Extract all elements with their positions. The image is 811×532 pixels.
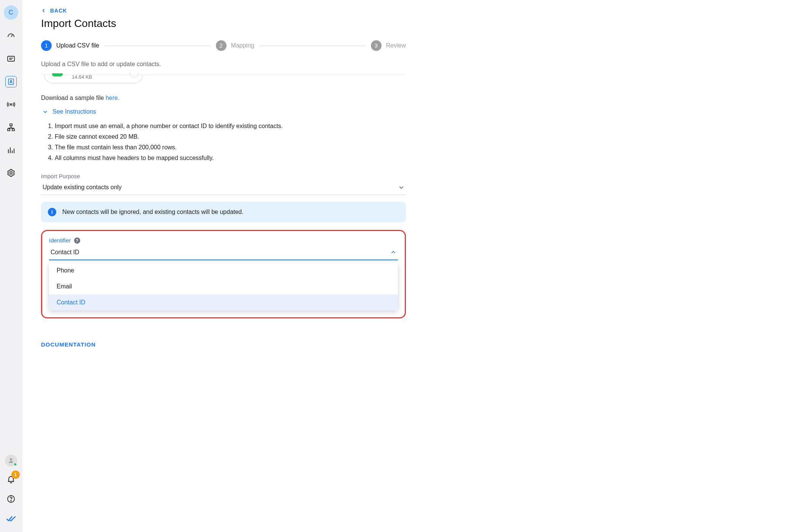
notification-badge: 1 [11, 470, 20, 479]
instruction-item: The file must contain less than 200,000 … [55, 144, 406, 151]
notifications-button[interactable]: 1 [5, 473, 17, 485]
help-tooltip-icon[interactable]: ? [74, 238, 80, 244]
step-1[interactable]: 1 Upload CSV file [41, 40, 99, 51]
chevron-down-icon [398, 184, 404, 190]
svg-point-14 [10, 458, 12, 461]
svg-rect-7 [8, 129, 10, 131]
double-check-icon [6, 514, 16, 524]
nav-reports[interactable] [5, 144, 17, 156]
nav-contacts[interactable] [5, 76, 17, 87]
sidebar: C 1 [0, 0, 22, 532]
upload-description: Upload a CSV file to add or update conta… [41, 61, 406, 68]
help-button[interactable] [5, 493, 17, 505]
identifier-label-text: Identifier [49, 237, 71, 244]
uploaded-file-card[interactable]: 14.64 KB [44, 75, 143, 83]
svg-point-16 [11, 500, 11, 501]
nav-workflow[interactable] [5, 122, 17, 133]
identifier-select[interactable]: Contact ID [49, 244, 398, 260]
chevron-down-icon [43, 109, 48, 114]
back-button[interactable]: BACK [41, 8, 406, 14]
identifier-value: Contact ID [51, 249, 79, 256]
svg-rect-0 [8, 56, 14, 61]
sample-file-link[interactable]: here. [106, 95, 119, 101]
instruction-item: Import must use an email, a phone number… [55, 123, 406, 130]
identifier-option-phone[interactable]: Phone [49, 263, 398, 279]
svg-rect-8 [12, 129, 14, 131]
identifier-dropdown: Phone Email Contact ID [49, 263, 398, 310]
brand-mark[interactable] [5, 513, 17, 524]
broadcast-icon [6, 100, 16, 109]
main-content: BACK Import Contacts 1 Upload CSV file 2… [22, 0, 811, 532]
step-1-label: Upload CSV file [56, 42, 99, 49]
instruction-item: File size cannot exceed 20 MB. [55, 133, 406, 140]
nav-dashboard[interactable] [5, 30, 17, 42]
stepper: 1 Upload CSV file 2 Mapping 3 Review [41, 40, 406, 51]
identifier-option-contact-id[interactable]: Contact ID [49, 294, 398, 310]
step-divider [260, 46, 366, 46]
workspace-avatar[interactable]: C [4, 5, 18, 20]
step-3[interactable]: 3 Review [371, 40, 406, 51]
svg-rect-6 [10, 124, 12, 126]
import-purpose-select[interactable]: Update existing contacts only [41, 184, 406, 195]
help-icon [6, 494, 16, 504]
chevron-up-icon [390, 249, 396, 255]
sidebar-bottom: 1 [5, 454, 17, 532]
step-3-number: 3 [371, 40, 382, 51]
instructions-toggle-label: See Instructions [52, 108, 96, 115]
identifier-label: Identifier ? [49, 237, 398, 244]
gear-icon [6, 168, 16, 177]
user-avatar[interactable] [5, 454, 17, 467]
documentation-link[interactable]: DOCUMENTATION [41, 341, 406, 348]
chat-icon [6, 54, 16, 63]
nav-broadcast[interactable] [5, 99, 17, 110]
identifier-highlight: Identifier ? Contact ID Phone Email Cont… [41, 230, 406, 318]
back-label: BACK [50, 8, 67, 14]
step-2[interactable]: 2 Mapping [216, 40, 254, 51]
chevron-left-icon [41, 8, 46, 13]
info-banner-text: New contacts will be ignored, and existi… [62, 209, 244, 215]
file-type-icon [52, 73, 63, 76]
remove-file-button[interactable] [130, 72, 139, 78]
gauge-icon [6, 32, 16, 41]
contact-icon [7, 78, 15, 86]
instructions-toggle[interactable]: See Instructions [43, 108, 406, 115]
import-purpose-value: Update existing contacts only [43, 184, 122, 191]
instructions-list: Import must use an email, a phone number… [55, 123, 406, 162]
step-1-number: 1 [41, 40, 52, 51]
presence-indicator [13, 462, 17, 466]
svg-point-4 [10, 80, 11, 82]
step-2-number: 2 [216, 40, 227, 51]
info-banner: i New contacts will be ignored, and exis… [41, 202, 406, 222]
info-icon: i [48, 208, 56, 216]
sample-file-line: Download a sample file here. [41, 95, 406, 101]
svg-point-5 [10, 104, 12, 105]
import-purpose-label: Import Purpose [41, 173, 406, 179]
step-3-label: Review [386, 42, 406, 49]
nav-settings[interactable] [5, 167, 17, 179]
workflow-icon [6, 123, 16, 132]
page-title: Import Contacts [41, 17, 406, 30]
step-2-label: Mapping [231, 42, 254, 49]
sample-file-text: Download a sample file [41, 95, 106, 101]
bar-chart-icon [6, 146, 16, 155]
file-size: 14.64 KB [72, 74, 92, 80]
instruction-item: All columns must have headers to be mapp… [55, 155, 406, 162]
nav-messages[interactable] [5, 53, 17, 65]
identifier-option-email[interactable]: Email [49, 279, 398, 294]
step-divider [105, 46, 211, 46]
svg-point-13 [10, 172, 12, 174]
